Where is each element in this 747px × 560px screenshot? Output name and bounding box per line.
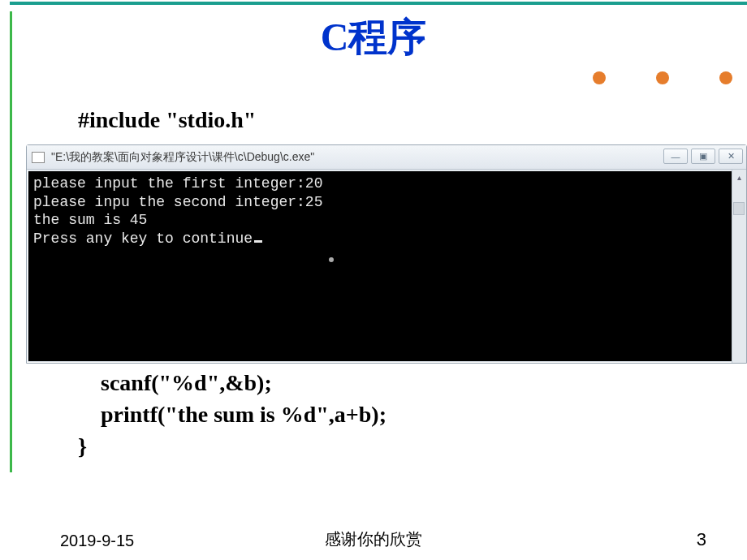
cursor-icon bbox=[254, 240, 262, 243]
console-output: please input the first integer:20 please… bbox=[28, 171, 745, 361]
console-line: please input the first integer:20 bbox=[33, 175, 322, 192]
footer-caption: 感谢你的欣赏 bbox=[0, 528, 747, 550]
scrollbar-thumb[interactable] bbox=[733, 202, 745, 215]
close-button[interactable]: ✕ bbox=[719, 149, 743, 164]
mouse-pointer-icon bbox=[329, 257, 334, 262]
dot-icon bbox=[656, 71, 669, 84]
window-controls: — ▣ ✕ bbox=[663, 149, 743, 164]
console-window: "E:\我的教案\面向对象程序设计\课件\c\Debug\c.exe" — ▣ … bbox=[26, 144, 747, 364]
code-line: } bbox=[78, 433, 87, 459]
code-snippet-bottom: scanf("%d",&b); printf("the sum is %d",a… bbox=[78, 367, 386, 463]
dot-icon bbox=[593, 71, 606, 84]
dot-icon bbox=[719, 71, 732, 84]
maximize-button[interactable]: ▣ bbox=[691, 149, 715, 164]
scrollbar-up-button[interactable]: ▴ bbox=[732, 170, 746, 184]
top-divider bbox=[10, 2, 747, 5]
app-icon bbox=[32, 152, 45, 163]
console-titlebar[interactable]: "E:\我的教案\面向对象程序设计\课件\c\Debug\c.exe" — ▣ … bbox=[27, 145, 746, 170]
footer-page-number: 3 bbox=[697, 529, 706, 550]
minimize-button[interactable]: — bbox=[663, 149, 688, 164]
code-line: printf("the sum is %d",a+b); bbox=[78, 402, 386, 427]
code-snippet-top: #include "stdio.h" bbox=[78, 104, 256, 136]
console-line: Press any key to continue bbox=[33, 230, 253, 247]
code-line: scanf("%d",&b); bbox=[78, 370, 272, 395]
chevron-up-icon: ▴ bbox=[732, 170, 746, 184]
decoration-dots bbox=[593, 71, 732, 84]
left-accent-line bbox=[10, 11, 12, 472]
console-title-text: "E:\我的教案\面向对象程序设计\课件\c\Debug\c.exe" bbox=[51, 150, 314, 165]
console-line: the sum is 45 bbox=[33, 212, 147, 228]
slide-title: C程序 bbox=[0, 11, 747, 63]
console-line: please inpu the second integer:25 bbox=[33, 194, 322, 210]
